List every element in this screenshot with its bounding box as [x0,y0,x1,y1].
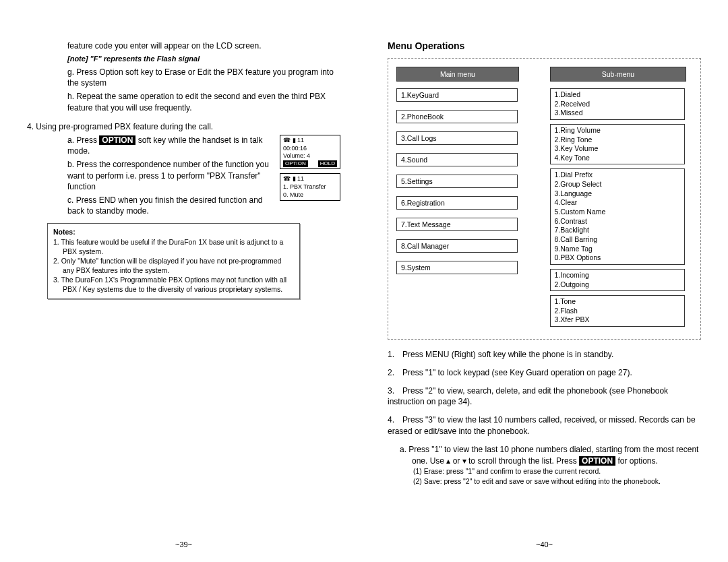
notes-box: Notes: 1. This feature would be useful i… [47,223,300,299]
menu-item: 6.Registration [396,196,518,210]
sub-menu-header: Sub-menu [550,67,687,82]
page-39: feature code you enter will appear on th… [27,40,347,549]
submenu-box: 1.Ring Volume 2.Ring Tone 3.Key Volume 4… [550,124,686,165]
text-fragment: for options. [615,456,658,466]
option-key: OPTION [579,456,615,466]
submenu-item: 0.PBX Options [555,253,681,263]
submenu-item: 2.Group Select [555,180,681,189]
submenu-item: 2.Flash [555,307,681,316]
lcd-line: Volume: 4 [283,152,337,160]
lcd-screen-2: ☎ ▮ 11 1. PBX Transfer 0. Mute [280,173,340,201]
submenu-item: 9.Name Tag [555,245,681,254]
menu-item: 2.PhoneBook [396,110,518,123]
submenu-item: 1.Dialed [555,90,681,100]
lcd-line: 00:00:16 [283,145,337,153]
flash-note: [note] "F" represents the Flash signal [27,54,340,64]
submenu-item: 1.Tone [555,297,681,307]
submenu-item: 6.Contrast [555,217,681,226]
menu-item: 1.KeyGuard [396,88,518,102]
step-text: Press "1" to lock keypad (see Key Guard … [402,368,632,377]
submenu-box: 1.Tone 2.Flash 3.Xfer PBX [550,295,686,327]
note-item: 2. Only "Mute" function will be displaye… [53,257,294,275]
lcd-header: ☎ ▮ 11 [283,137,337,145]
lcd-line: 1. PBX Transfer [283,183,337,191]
text-fragment: a. Press [67,135,99,145]
page-number: ~40~ [388,527,701,549]
submenu-item: 3.Language [555,189,681,199]
menu-item: 7.Text Message [396,218,518,231]
list-item: c. Press END when you finish the desired… [27,195,273,216]
substep-4a: a. Press "1" to view the last 10 phone n… [388,444,701,467]
submenu-item: 1.Ring Volume [555,126,681,135]
step-1: 1.Press MENU (Right) soft key while the … [388,349,701,361]
menu-item: 8.Call Manager [396,239,518,253]
list-item: a. Press OPTION soft key while the hands… [27,135,273,156]
submenu-item: 3.Missed [555,108,681,118]
page-40: Menu Operations Main menu 1.KeyGuard 2.P… [381,40,701,549]
menu-item: 4.Sound [396,153,518,166]
submenu-item: 4.Key Tone [555,154,681,163]
step-3: 3.Press "2" to view, search, delete, and… [388,385,701,408]
subsubstep: (2) Save: press "2" to edit and save or … [388,476,701,487]
main-menu-column: Main menu 1.KeyGuard 2.PhoneBook 3.Call … [396,67,539,331]
note-item: 3. The DuraFon 1X's Programmable PBX Opt… [53,276,294,294]
body-text: feature code you enter will appear on th… [27,40,340,51]
subsubstep: (1) Erase: press "1" and confirm to eras… [388,466,701,476]
step-text: Press "2" to view, search, delete, and e… [388,386,668,407]
option-key: OPTION [99,135,135,145]
submenu-item: 1.Incoming [555,271,681,280]
list-item: g. Press Option soft key to Erase or Edi… [27,67,340,88]
submenu-item: 2.Received [555,100,681,109]
submenu-item: 2.Outgoing [555,280,681,290]
submenu-item: 5.Custom Name [555,208,681,217]
lcd-softkey: HOLD [318,160,337,167]
notes-title: Notes: [53,228,294,237]
submenu-item: 7.Backlight [555,226,681,235]
menu-item: 3.Call Logs [396,131,518,145]
step-text: Press MENU (Right) soft key while the ph… [402,350,613,359]
submenu-box: 1.Dialed 2.Received 3.Missed [550,88,686,120]
lcd-illustrations: ☎ ▮ 11 00:00:16 Volume: 4 OPTION HOLD ☎ … [280,135,340,219]
sub-menu-column: Sub-menu 1.Dialed 2.Received 3.Missed 1.… [550,67,693,331]
step-2: 2.Press "1" to lock keypad (see Key Guar… [388,367,701,379]
main-menu-header: Main menu [396,67,519,82]
menu-item: 5.Settings [396,175,518,188]
step-text: Press "3" to view the last 10 numbers ca… [388,415,696,436]
list-item: b. Press the correspondence number of th… [27,159,273,192]
step-4: 4. Using pre-programed PBX feature durin… [27,121,340,132]
submenu-box: 1.Dial Prefix 2.Group Select 3.Language … [550,168,686,264]
menu-diagram: Main menu 1.KeyGuard 2.PhoneBook 3.Call … [388,58,701,340]
menu-item: 9.System [396,261,518,274]
submenu-item: 2.Ring Tone [555,135,681,145]
submenu-item: 3.Key Volume [555,144,681,154]
submenu-box: 1.Incoming 2.Outgoing [550,269,686,291]
lcd-softkey: OPTION [283,160,308,167]
lcd-header: ☎ ▮ 11 [283,175,337,183]
page-number: ~39~ [27,527,340,549]
submenu-item: 3.Xfer PBX [555,315,681,325]
lcd-screen-1: ☎ ▮ 11 00:00:16 Volume: 4 OPTION HOLD [280,135,340,169]
section-heading: Menu Operations [388,40,701,51]
step-4: 4.Press "3" to view the last 10 numbers … [388,414,701,437]
lcd-line: 0. Mute [283,191,337,199]
note-item: 1. This feature would be useful if the D… [53,238,294,256]
list-item: h. Repeat the same operation to edit the… [27,91,340,113]
submenu-item: 4.Clear [555,198,681,208]
submenu-item: 8.Call Barring [555,235,681,245]
submenu-item: 1.Dial Prefix [555,170,681,180]
